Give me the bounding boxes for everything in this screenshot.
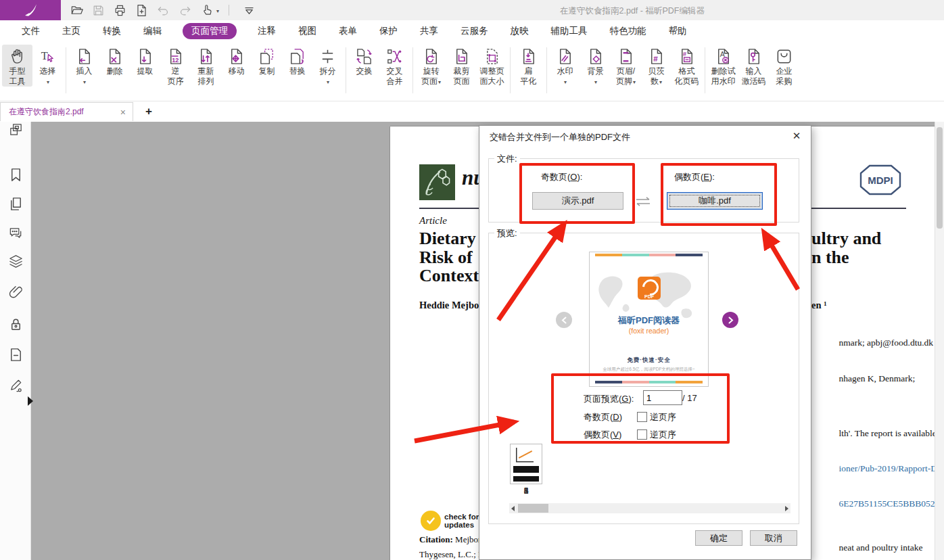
thumbnail-scrollbar[interactable] xyxy=(509,503,790,513)
preview-next-button[interactable] xyxy=(722,312,738,328)
hand-tool-button[interactable]: 手型 工具▾ xyxy=(2,45,32,87)
menu-special-features[interactable]: 特色功能 xyxy=(609,23,648,39)
document-tab-bar: 在遵守饮食指南2.pdf × + xyxy=(0,101,944,122)
reverse-page-order-button[interactable]: 12 逆 页序▾ xyxy=(160,45,191,87)
odd-file-button[interactable]: 演示.pdf xyxy=(532,192,623,210)
panel-destinations-button[interactable] xyxy=(7,347,24,365)
split-document-button[interactable]: 拆分 ▾ xyxy=(312,45,343,87)
select-tool-button[interactable]: T 选择 ▾ xyxy=(32,45,63,87)
menu-convert[interactable]: 转换 xyxy=(101,23,122,39)
scroll-right-icon[interactable] xyxy=(785,506,788,511)
panel-comments-button[interactable] xyxy=(7,225,24,243)
paper-text-line: ioner/Pub-2019/Rapport-Di xyxy=(811,451,935,486)
menu-share[interactable]: 共享 xyxy=(419,23,440,39)
preview-prev-button[interactable] xyxy=(556,312,572,328)
vertical-scrollbar-thumb[interactable] xyxy=(937,127,943,229)
resize-pages-button[interactable]: 调整页 面大小▾ xyxy=(477,45,507,87)
insert-pages-button[interactable]: 插入 ▾ xyxy=(69,45,99,87)
menu-page-management[interactable]: 页面管理 xyxy=(183,23,237,39)
undo-button[interactable] xyxy=(156,3,170,18)
menu-comment[interactable]: 注释 xyxy=(256,23,277,39)
author-line-right: en ¹ xyxy=(811,300,826,311)
extract-pages-button[interactable]: 提取 ▾ xyxy=(130,45,160,76)
svg-text:#: # xyxy=(683,50,687,57)
panel-snapshot-button[interactable] xyxy=(7,122,24,139)
qat-separator[interactable] xyxy=(229,5,229,16)
sidebar-expand-handle[interactable] xyxy=(28,396,33,406)
interleave-merge-dialog: 交错合并文件到一个单独的PDF文件 ✕ 文件: 奇数页(O): 演示.pdf 偶… xyxy=(479,125,811,560)
replace-pages-button[interactable]: 替换 ▾ xyxy=(282,45,312,76)
enterprise-purchase-button[interactable]: 企业 采购▾ xyxy=(769,45,799,87)
menu-home[interactable]: 主页 xyxy=(61,23,82,39)
foxit-logo[interactable] xyxy=(0,0,61,20)
ok-button[interactable]: 确定 xyxy=(695,530,742,546)
panel-layers-button[interactable] xyxy=(7,254,24,271)
menu-form[interactable]: 表单 xyxy=(337,23,358,39)
thumbnail-page-number: 6 xyxy=(509,486,543,496)
menu-assist-tools[interactable]: 辅助工具 xyxy=(550,23,589,39)
new-tab-button[interactable]: + xyxy=(141,103,157,120)
menu-view[interactable]: 视图 xyxy=(297,23,318,39)
thumbnail-scrollbar-thumb[interactable] xyxy=(518,504,548,513)
scroll-left-icon[interactable] xyxy=(511,506,515,511)
even-file-button[interactable]: 咖啡.pdf xyxy=(667,192,763,210)
menu-file[interactable]: 文件 xyxy=(20,23,41,39)
foxit-reader-logo: PDF xyxy=(638,277,661,300)
tab-close-icon[interactable]: × xyxy=(119,107,127,118)
page-preview-input[interactable] xyxy=(643,390,682,405)
touch-mode-button[interactable] xyxy=(199,3,214,18)
save-button[interactable] xyxy=(91,3,105,18)
rearrange-pages-button[interactable]: 重新 排列▾ xyxy=(191,45,221,87)
document-tab[interactable]: 在遵守饮食指南2.pdf × xyxy=(0,102,133,121)
ribbon-group-divider: ▾ xyxy=(510,47,511,93)
paper-text-line: nmark; apbj@food.dtu.dk xyxy=(811,325,935,360)
odd-reverse-checkbox[interactable] xyxy=(637,412,647,422)
dialog-title: 交错合并文件到一个单独的PDF文件 xyxy=(490,131,630,143)
print-button[interactable] xyxy=(112,3,127,18)
new-document-button[interactable] xyxy=(134,3,149,18)
move-pages-button[interactable]: 移动 ▾ xyxy=(221,45,252,76)
rotate-pages-button[interactable]: 旋转 页面▾ xyxy=(416,45,446,87)
panel-security-button[interactable] xyxy=(7,317,24,334)
delete-pages-button[interactable]: 删除 ▾ xyxy=(99,45,130,76)
format-page-numbers-button[interactable]: # 格式 化页码▾ xyxy=(671,45,702,87)
dialog-close-icon[interactable]: ✕ xyxy=(790,130,803,142)
menu-protect[interactable]: 保护 xyxy=(378,23,399,39)
menu-help[interactable]: 帮助 xyxy=(667,23,688,39)
panel-pages-button[interactable] xyxy=(7,196,24,214)
background-button[interactable]: 背景 ▾ xyxy=(580,45,611,87)
page-thumbnail-6[interactable] xyxy=(510,444,542,484)
redo-button[interactable] xyxy=(177,3,192,18)
flatten-pages-button[interactable]: 扁 平化▾ xyxy=(513,45,544,87)
open-file-button[interactable] xyxy=(69,3,84,18)
tab-title: 在遵守饮食指南2.pdf xyxy=(9,106,119,118)
ribbon-group-divider: ▾ xyxy=(412,47,413,93)
check-for-updates-badge[interactable]: check for updates xyxy=(421,511,479,531)
header-footer-button[interactable]: 页眉/ 页脚▾ xyxy=(611,45,641,87)
svg-text:12: 12 xyxy=(172,57,179,64)
svg-text:MDPI: MDPI xyxy=(868,174,893,186)
odd-pages-label: 奇数页(O): xyxy=(541,171,582,183)
menu-present[interactable]: 放映 xyxy=(509,23,530,39)
panel-signatures-button[interactable] xyxy=(7,377,24,395)
swap-pages-button[interactable]: 交换 ▾ xyxy=(349,45,379,76)
panel-bookmarks-button[interactable] xyxy=(7,167,24,185)
nutrients-journal-logo xyxy=(419,164,455,200)
crop-pages-button[interactable]: 裁剪 页面▾ xyxy=(446,45,477,87)
thumbnail-strip: 1 2 3 4 xyxy=(509,444,790,498)
interleave-merge-button[interactable]: 交叉 合并▾ xyxy=(379,45,410,87)
menu-cloud-service[interactable]: 云服务 xyxy=(459,23,490,39)
enter-activation-code-button[interactable]: 输入 激活码▾ xyxy=(738,45,769,87)
bates-numbering-button[interactable]: # 贝茨 数▾ xyxy=(641,45,671,87)
window-title: 在遵守饮食指南2.pdf - 福昕PDF编辑器 xyxy=(560,5,763,17)
cancel-button[interactable]: 取消 xyxy=(750,530,797,546)
collapse-ribbon-button[interactable] xyxy=(241,3,256,18)
even-reverse-checkbox[interactable] xyxy=(637,429,647,440)
preview-fine-print: 全球用户超过6.5亿，阅读PDF文档的理想选择~ xyxy=(590,367,708,373)
panel-attachments-button[interactable] xyxy=(7,284,24,302)
menu-edit[interactable]: 编辑 xyxy=(142,23,163,39)
copy-pages-button[interactable]: 复制 ▾ xyxy=(252,45,282,76)
watermark-button[interactable]: 水印 ▾ xyxy=(550,45,580,87)
remove-trial-watermark-button[interactable]: A 删除试 用水印▾ xyxy=(708,45,738,87)
vertical-scrollbar[interactable] xyxy=(935,122,944,560)
